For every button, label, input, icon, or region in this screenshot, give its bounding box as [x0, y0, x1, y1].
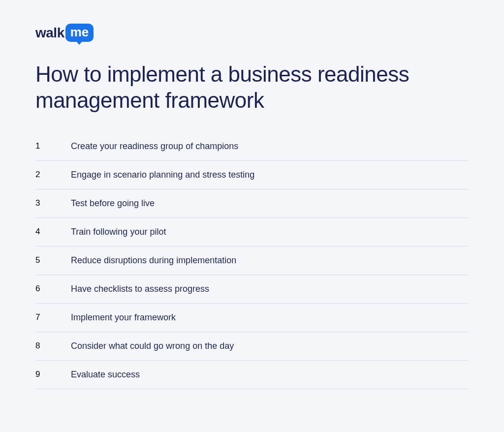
step-number: 1: [35, 141, 71, 151]
step-text: Consider what could go wrong on the day: [71, 341, 234, 351]
list-item: 1 Create your readiness group of champio…: [35, 137, 469, 161]
step-text: Evaluate success: [71, 370, 140, 380]
list-item: 7 Implement your framework: [35, 304, 469, 332]
step-number: 8: [35, 341, 71, 351]
step-number: 4: [35, 227, 71, 237]
list-item: 9 Evaluate success: [35, 361, 469, 389]
step-text: Train following your pilot: [71, 227, 166, 237]
step-text: Reduce disruptions during implementation: [71, 255, 236, 266]
step-number: 9: [35, 370, 71, 379]
step-text: Test before going live: [71, 198, 155, 209]
step-number: 7: [35, 312, 71, 322]
page-title: How to implement a business readiness ma…: [35, 62, 469, 114]
list-item: 3 Test before going live: [35, 189, 469, 218]
list-item: 6 Have checklists to assess progress: [35, 275, 469, 304]
list-item: 5 Reduce disruptions during implementati…: [35, 247, 469, 275]
step-text: Create your readiness group of champions: [71, 141, 238, 152]
step-text: Engage in scenario planning and stress t…: [71, 170, 254, 180]
list-item: 2 Engage in scenario planning and stress…: [35, 161, 469, 189]
step-text: Implement your framework: [71, 312, 176, 323]
list-item: 4 Train following your pilot: [35, 218, 469, 247]
step-number: 2: [35, 170, 71, 180]
steps-list: 1 Create your readiness group of champio…: [35, 137, 469, 389]
logo-text-me: me: [65, 24, 94, 42]
step-text: Have checklists to assess progress: [71, 284, 209, 294]
logo-text-walk: walk: [35, 25, 64, 41]
step-number: 3: [35, 198, 71, 208]
brand-logo: walk me: [35, 24, 469, 42]
step-number: 5: [35, 255, 71, 265]
step-number: 6: [35, 284, 71, 294]
list-item: 8 Consider what could go wrong on the da…: [35, 332, 469, 361]
